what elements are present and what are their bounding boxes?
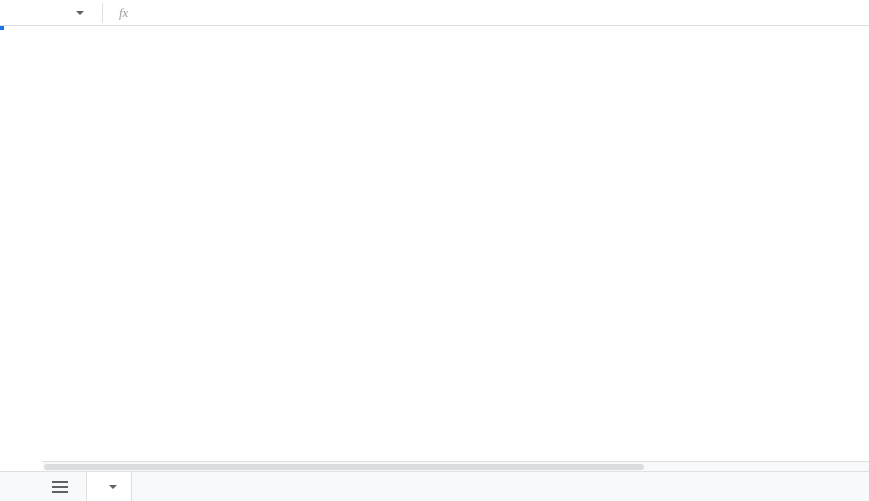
formula-input[interactable] — [138, 5, 849, 20]
sheet-tab-active[interactable] — [86, 471, 132, 501]
fill-handle[interactable] — [0, 26, 5, 31]
name-box[interactable] — [6, 3, 66, 23]
horizontal-scrollbar[interactable] — [42, 461, 869, 471]
formula-bar: fx — [0, 0, 869, 26]
fx-icon: fx — [119, 5, 128, 21]
sheet-tabs-bar — [0, 471, 869, 501]
add-sheet-button[interactable] — [10, 475, 34, 499]
divider — [102, 3, 103, 23]
scrollbar-thumb[interactable] — [44, 464, 644, 470]
all-sheets-icon[interactable] — [48, 475, 72, 499]
chevron-down-icon[interactable] — [76, 11, 84, 15]
selection-outline — [0, 26, 4, 30]
chevron-down-icon[interactable] — [109, 485, 117, 489]
spreadsheet-grid[interactable] — [0, 26, 869, 461]
